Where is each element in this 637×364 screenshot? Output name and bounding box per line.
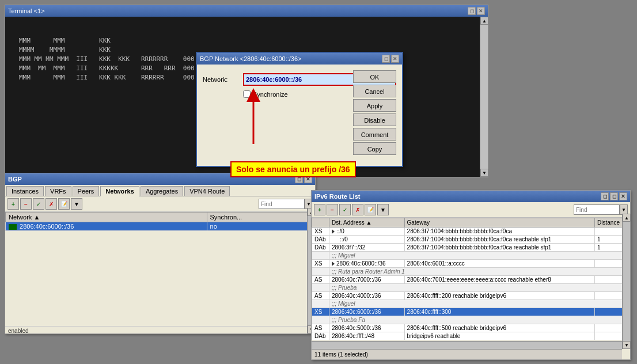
table-row[interactable]: 2806:40c:6000::/36 no [6,222,315,231]
cell-dst: ::/0 [329,236,405,244]
ipv6-restore-btn[interactable]: ◻ [610,192,618,200]
cell-type: XS [312,227,329,236]
table-row[interactable]: DAb 2806:3f7::/32 2806:3f7:1004:bbbb:bbb… [312,244,630,252]
sync-checkbox[interactable] [243,90,251,98]
ipv6-enable-btn[interactable]: ✓ [339,204,351,215]
col-type[interactable] [312,218,329,227]
tab-instances[interactable]: Instances [6,186,44,196]
cell-gateway: 2806:40c:ffff::200 reachable bridgeipv6 [404,292,594,300]
ipv6-scroll-up[interactable]: ▲ [623,214,631,222]
bgp-table: Network ▲ Synchron... 2806:40c:6000::/36… [5,212,315,231]
cell-sync: no [207,222,314,231]
table-row[interactable]: XS 2806:40c:6000::/36 2806:40c:ffff::300 [312,308,630,316]
ipv6-table-container[interactable]: Dst. Address ▲ Gateway Distance XS ::/0 … [312,218,630,346]
tab-vpn4route[interactable]: VPN4 Route [184,186,230,196]
copy-button[interactable]: Copy [353,142,396,155]
col-gateway[interactable]: Gateway [404,218,594,227]
terminal-titlebar-buttons: ◻ ✕ [468,7,485,15]
col-sync[interactable]: Synchron... [207,213,314,222]
cell-type [312,252,329,260]
ipv6-table: Dst. Address ▲ Gateway Distance XS ::/0 … [312,218,630,340]
row-icon [9,224,17,230]
col-dst[interactable]: Dst. Address ▲ [329,218,405,227]
dialog-buttons: OK Cancel Apply Disable Comment Copy [353,70,396,155]
cell-gateway: bridgeipv6 reachable [404,332,594,340]
ipv6-status-text: 11 items (1 selected) [314,351,368,358]
terminal-row-1: MMM MMM KKK [19,36,474,46]
cancel-button[interactable]: Cancel [353,85,396,97]
ipv6-disable-btn[interactable]: ✗ [352,204,363,215]
cell-network: 2806:40c:6000::/36 [6,222,207,231]
comment-button[interactable]: Comment [353,128,396,141]
cell-gateway: 2806:3f7:1004:bbbb:bbbb:bbbb:f0ca:f0ca r… [404,236,594,244]
bgp-close-btn[interactable]: ✕ [304,175,312,183]
table-row-comment[interactable]: ;;; Prueba Fa [312,316,630,324]
table-row[interactable]: AS 2806:40c:4000::/36 2806:40c:ffff::200… [312,292,630,300]
ipv6-remove-btn[interactable]: − [327,204,338,215]
enable-btn[interactable]: ✓ [33,198,44,210]
terminal-scroll-up[interactable]: ▲ [480,17,488,25]
ipv6-scrollbar-h[interactable] [312,341,622,349]
table-row[interactable]: DAb ::/0 2806:3f7:1004:bbbb:bbbb:bbbb:f0… [312,236,630,244]
disable-btn[interactable]: ✗ [46,198,57,210]
bgp-table-container[interactable]: Network ▲ Synchron... 2806:40c:6000::/36… [5,212,315,326]
table-row-comment[interactable]: ;;; Prueba [312,284,630,292]
cell-dst: ::/0 [329,227,405,236]
cell-type: AS [312,324,329,332]
cell-dst: 2806:40c:6000::/36 [329,308,405,316]
dialog-restore-btn[interactable]: ◻ [382,55,390,63]
disable-button[interactable]: Disable [353,113,396,126]
terminal-close-btn[interactable]: ✕ [477,7,485,15]
dialog-close-btn[interactable]: ✕ [391,55,399,63]
table-row[interactable]: XS 2806:40c:6000::/36 2806:40c:6001::a:c… [312,260,630,268]
cell-type: DAb [312,332,329,340]
cell-type: DAb [312,244,329,252]
ipv6-scroll-down[interactable]: ▼ [623,341,631,349]
bgp-window: BGP ◻ ✕ Instances VRFs Peers Networks Ag… [5,173,316,334]
remove-btn[interactable]: − [20,198,32,210]
table-row[interactable]: AS 2806:40c:7000::/36 2806:40c:7001:eeee… [312,276,630,284]
terminal-scroll-down[interactable]: ▼ [480,169,488,177]
ipv6-minimize-btn[interactable]: ◻ [601,192,609,200]
cell-gateway: 2806:40c:ffff::500 reachable bridgeipv6 [404,324,594,332]
cell-type: XS [312,260,329,268]
ipv6-title: IPv6 Route List [314,193,360,200]
bgp-network-dialog: BGP Network <2806:40c:6000::/36> ◻ ✕ Net… [196,52,403,167]
table-row-comment[interactable]: ;;; Miguel [312,252,630,260]
cell-dst: 2806:40c:5000::/36 [329,324,405,332]
table-row[interactable]: XS ::/0 2806:3f7:1004:bbbb:bbbb:bbbb:f0c… [312,227,630,236]
ipv6-filter-btn[interactable]: ▼ [377,204,389,215]
ipv6-find-input[interactable] [574,204,620,215]
table-row-comment[interactable]: ;;; Miguel [312,300,630,308]
cell-gateway: 2806:40c:6001::a:cccc [404,260,594,268]
terminal-restore-btn[interactable]: ◻ [468,7,476,15]
table-row-comment[interactable]: ;;; Ruta para Router Admin 1 [312,268,630,276]
cell-type [312,268,329,276]
table-row[interactable]: AS 2806:40c:5000::/36 2806:40c:ffff::500… [312,324,630,332]
bgp-status: enabled [5,326,315,335]
terminal-scrollbar[interactable]: ▲ ▼ [480,17,488,177]
cell-type [312,300,329,308]
cell-dst: 2806:3f7::/32 [329,244,405,252]
tab-vrfs[interactable]: VRFs [45,186,71,196]
ipv6-comment-btn[interactable]: 📝 [365,204,376,215]
bgp-restore-btn[interactable]: ◻ [295,175,303,183]
col-network[interactable]: Network ▲ [6,213,207,222]
terminal-title: Terminal <1> [8,7,45,14]
ipv6-scrollbar-v[interactable]: ▲ ▼ [622,214,630,349]
add-btn[interactable]: + [7,198,19,210]
ok-button[interactable]: OK [353,70,396,83]
bgp-toolbar: + − ✓ ✗ 📝 ▼ ▼ [5,196,315,212]
tab-aggregates[interactable]: Aggregates [141,186,183,196]
table-row[interactable]: DAb 2806:40c:ffff::/48 bridgeipv6 reacha… [312,332,630,340]
ipv6-close-btn[interactable]: ✕ [619,192,627,200]
bgp-titlebar-buttons: ◻ ✕ [295,175,312,183]
apply-button[interactable]: Apply [353,99,396,112]
tab-peers[interactable]: Peers [73,186,100,196]
find-input[interactable] [259,199,305,209]
filter-btn[interactable]: ▼ [71,198,82,210]
ipv6-add-btn[interactable]: + [314,204,325,215]
cell-dst: 2806:40c:6000::/36 [329,260,405,268]
tab-networks[interactable]: Networks [100,186,139,196]
comment-btn[interactable]: 📝 [58,198,70,210]
